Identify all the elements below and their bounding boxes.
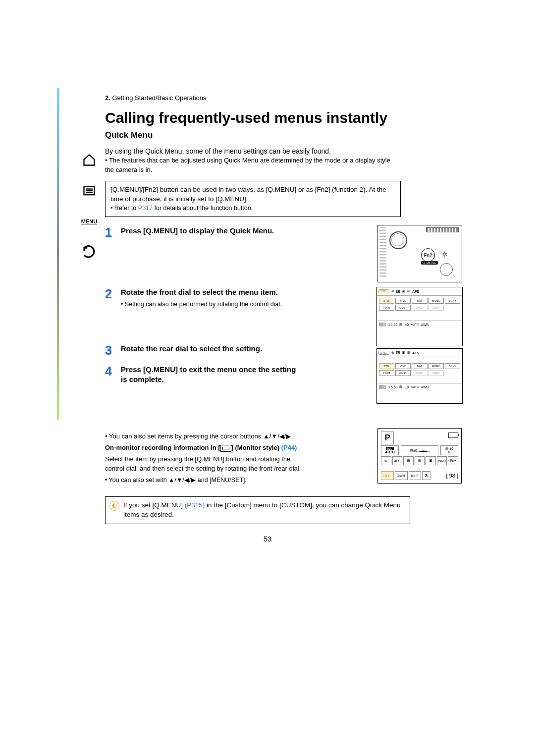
cursor-note-post: . bbox=[291, 432, 293, 440]
page-ref-link-p44[interactable]: (P44) bbox=[281, 444, 297, 451]
arrow-glyphs: ▲/▼/◀/▶ bbox=[263, 432, 291, 440]
screen-diagram-settings: STD. ⊛L▣⊞ AFS STD. VIVD NAT MONO SCNY PO… bbox=[376, 348, 463, 404]
breadcrumb-number: 2. bbox=[105, 94, 110, 102]
sd1-highlight: STD. bbox=[378, 289, 389, 293]
page-ref-link-p315[interactable]: (P315) bbox=[185, 501, 205, 509]
style-grid-2: STD. VIVD NAT MONO SCNY PORT CUST CNED C… bbox=[377, 361, 462, 378]
menuset-note-pre: • You can also set with bbox=[105, 477, 168, 484]
breadcrumb: 2. Getting Started/Basic Operations bbox=[105, 94, 397, 102]
qmenu-label: Q.MENU bbox=[421, 261, 438, 265]
steps-list: 1 Press [Q.MENU] to display the Quick Me… bbox=[105, 226, 397, 384]
step-4: 4 Press [Q.MENU] to exit the menu once t… bbox=[105, 365, 397, 385]
page-subtitle: Quick Menu bbox=[105, 130, 397, 140]
style-grid-1: STD. VIVD NAT MONO SCNY PORT CUST CNED C… bbox=[377, 296, 462, 313]
lightbulb-icon: ◐ bbox=[109, 501, 119, 511]
arrow-glyphs-2: ▲/▼/◀/▶ bbox=[168, 477, 196, 484]
tip-pre: If you set [Q.MENU] bbox=[123, 501, 185, 509]
tip-box: ◐ If you set [Q.MENU] (P315) in the [Cus… bbox=[105, 496, 410, 524]
monitor-heading-pre: On-monitor recording information in [ bbox=[105, 444, 220, 451]
page-ref-link-p317[interactable]: P317 bbox=[138, 205, 153, 212]
screen-diagram-topitems: STD. ⊛L▣⊞ AFS STD. VIVD NAT MONO SCNY PO… bbox=[376, 287, 463, 346]
breadcrumb-text: Getting Started/Basic Operations bbox=[112, 94, 206, 102]
step-1-number: 1 bbox=[105, 226, 116, 240]
info-ref-prefix: • Refer to bbox=[110, 205, 138, 212]
gear-icon: ✲ bbox=[442, 250, 448, 258]
battery-icon bbox=[448, 432, 458, 438]
fn2-button-label: Fn2 bbox=[421, 248, 435, 262]
decorative-side-stripe bbox=[57, 88, 59, 420]
sd1-afs: AFS bbox=[412, 290, 419, 293]
intro-block: By using the Quick Menu, some of the men… bbox=[105, 146, 397, 175]
step-2-number: 2 bbox=[105, 287, 116, 301]
info-ref-suffix: for details about the function button. bbox=[153, 205, 253, 212]
step-2-title: Rotate the front dial to select the menu… bbox=[121, 287, 309, 297]
back-icon[interactable] bbox=[78, 241, 101, 264]
shots-remaining: 98 bbox=[449, 473, 455, 479]
home-icon[interactable] bbox=[78, 149, 101, 171]
camera-diagram: Fn2 Q.MENU ✲ bbox=[377, 225, 462, 282]
cursor-note-pre: • You can also set items by pressing the… bbox=[105, 432, 263, 440]
step-4-number: 4 bbox=[105, 365, 116, 378]
info-box-line1: [Q.MENU]/[Fn2] button can be used in two… bbox=[110, 185, 395, 204]
page-title: Calling frequently-used menus instantly bbox=[105, 109, 397, 126]
step-1-title: Press [Q.MENU] to display the Quick Menu… bbox=[121, 226, 309, 236]
monitor-style-diagram: P ISO AUTO ▤ ±0 ▁▂▃▂▁ ▨ ±0 ⊛ ▭ AFS ▦ ⊞ ▣… bbox=[377, 428, 462, 484]
step-4-title: Press [Q.MENU] to exit the menu once the… bbox=[121, 365, 304, 385]
step-1: 1 Press [Q.MENU] to display the Quick Me… bbox=[105, 226, 397, 280]
monitor-heading-post: ] (Monitor style) bbox=[231, 444, 281, 451]
step-2: 2 Rotate the front dial to select the me… bbox=[105, 287, 397, 337]
menuset-note-post: and [MENU/SET]. bbox=[196, 477, 247, 484]
sidebar-nav: MENU bbox=[77, 149, 102, 264]
step-3-number: 3 bbox=[105, 344, 116, 358]
intro-line: By using the Quick Menu, some of the men… bbox=[105, 147, 331, 155]
step-3: 3 Rotate the rear dial to select the set… bbox=[105, 344, 397, 358]
mode-p-icon: P bbox=[381, 432, 394, 444]
step-2-note: • Setting can also be performed by rotat… bbox=[121, 301, 397, 308]
info-box: [Q.MENU]/[Fn2] button can be used in two… bbox=[105, 181, 401, 217]
additional-info: • You can also set items by pressing the… bbox=[105, 432, 306, 485]
intro-bullet: • The features that can be adjusted usin… bbox=[105, 156, 397, 175]
monitor-body: Select the item by pressing the [Q.MENU]… bbox=[105, 455, 306, 474]
page-number: 53 bbox=[0, 535, 535, 543]
menu-button[interactable]: MENU bbox=[78, 210, 101, 233]
monitor-style-icon bbox=[220, 445, 231, 452]
list-icon[interactable] bbox=[78, 179, 101, 202]
step-3-title: Rotate the rear dial to select the setti… bbox=[121, 344, 304, 354]
